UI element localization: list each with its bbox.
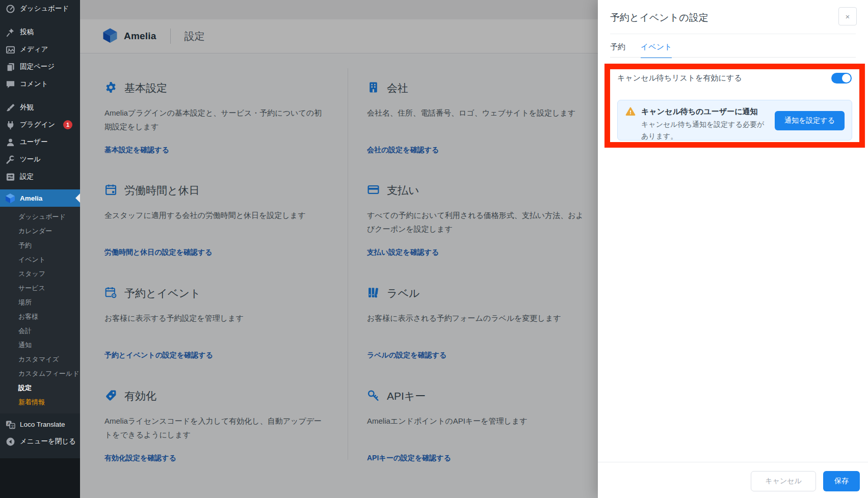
panel-footer: キャンセル 保存 [751, 471, 860, 491]
current-menu-arrow-icon [75, 193, 80, 203]
amelia-submenu: ダッシュボード カレンダー 予約 イベント スタッフ サービス 場所 お客様 会… [0, 207, 80, 413]
submenu-item-customers[interactable]: お客様 [0, 310, 80, 324]
sidebar-item-label: Amelia [20, 195, 42, 202]
submenu-label: 通知 [18, 341, 32, 350]
submenu-item-calendar[interactable]: カレンダー [0, 224, 80, 238]
collapse-menu-icon [5, 436, 15, 447]
loco-translate-icon: A文 [5, 419, 15, 429]
modal-dim-overlay [80, 0, 598, 498]
sidebar-item-label: コメント [20, 79, 48, 89]
tab-appointments[interactable]: 予約 [610, 42, 625, 58]
plugins-icon [5, 120, 15, 130]
notice-line-2: あります。 [641, 130, 764, 142]
wp-settings-icon [5, 172, 15, 182]
sidebar-item-label: 設定 [20, 172, 34, 181]
submenu-label: カスタマイズ [18, 355, 59, 364]
panel-footer-divider [598, 462, 868, 462]
appearance-icon [5, 102, 15, 113]
submenu-label: スタッフ [18, 269, 45, 279]
media-icon [5, 44, 15, 54]
sidebar-separator [0, 17, 80, 23]
submenu-label: お客様 [18, 312, 38, 321]
plugins-update-badge: 1 [63, 120, 72, 129]
submenu-item-settings[interactable]: 設定 [0, 381, 80, 395]
sidebar-item-label: メディア [20, 45, 48, 54]
notice-body: キャンセル待ち通知を設定する必要が あります。 [641, 119, 764, 142]
sidebar-item-label: Loco Translate [20, 421, 65, 428]
posts-icon [5, 27, 15, 37]
waitlist-toggle-label: キャンセル待ちリストを有効にする [617, 73, 742, 83]
sidebar-item-label: 投稿 [20, 27, 34, 37]
notice-title: キャンセル待ちのユーザーに通知 [641, 107, 758, 117]
submenu-item-employees[interactable]: スタッフ [0, 267, 80, 281]
svg-text:文: 文 [11, 424, 15, 428]
comments-icon [5, 79, 15, 89]
sidebar-item-collapse-menu[interactable]: メニューを閉じる [0, 433, 80, 450]
close-button[interactable]: × [838, 7, 857, 25]
submenu-label: サービス [18, 284, 45, 293]
pages-icon [5, 62, 15, 72]
submenu-label: カスタムフィールド [18, 369, 79, 378]
sidebar-item-label: 固定ページ [20, 62, 55, 71]
sidebar-item-label: ダッシュボード [20, 4, 69, 13]
tab-events[interactable]: イベント [641, 42, 672, 58]
dashboard-icon [5, 4, 15, 14]
configure-notification-button[interactable]: 通知を設定する [775, 111, 845, 130]
submenu-item-finance[interactable]: 会計 [0, 324, 80, 338]
submenu-label: 予約 [18, 241, 32, 250]
toggle-knob [842, 74, 851, 82]
sidebar-item-comments[interactable]: コメント [0, 75, 80, 93]
save-button[interactable]: 保存 [823, 471, 860, 491]
tools-icon [5, 154, 15, 164]
submenu-label: ダッシュボード [18, 212, 66, 222]
submenu-label: 場所 [18, 298, 32, 307]
sidebar-separator [0, 93, 80, 99]
submenu-item-whats-new[interactable]: 新着情報 [0, 395, 80, 409]
submenu-label: カレンダー [18, 227, 52, 236]
submenu-item-notifications[interactable]: 通知 [0, 338, 80, 352]
waitlist-notification-notice: キャンセル待ちのユーザーに通知 キャンセル待ち通知を設定する必要が あります。 … [617, 100, 852, 141]
submenu-item-custom-fields[interactable]: カスタムフィールド [0, 367, 80, 381]
submenu-label: 会計 [18, 326, 32, 336]
wp-admin-sidebar: ダッシュボード 投稿 メディア 固定ページ コメント 外観 プラグイン 1 ユー… [0, 0, 80, 498]
sidebar-item-label: 外観 [20, 103, 34, 112]
submenu-item-events[interactable]: イベント [0, 253, 80, 267]
sidebar-item-pages[interactable]: 固定ページ [0, 58, 80, 75]
panel-title: 予約とイベントの設定 [610, 11, 708, 24]
sidebar-item-users[interactable]: ユーザー [0, 133, 80, 151]
sidebar-item-loco-translate[interactable]: A文 Loco Translate [0, 416, 80, 433]
sidebar-item-plugins[interactable]: プラグイン 1 [0, 116, 80, 133]
sidebar-item-amelia[interactable]: Amelia [0, 189, 80, 207]
sidebar-item-media[interactable]: メディア [0, 41, 80, 58]
sidebar-item-label: ユーザー [20, 137, 48, 147]
submenu-item-customize[interactable]: カスタマイズ [0, 352, 80, 367]
panel-header-divider [610, 34, 856, 34]
submenu-item-locations[interactable]: 場所 [0, 295, 80, 310]
tabs-divider [610, 57, 856, 58]
submenu-label: イベント [18, 255, 45, 264]
cancel-button[interactable]: キャンセル [751, 471, 816, 491]
users-icon [5, 137, 15, 147]
submenu-item-appointments[interactable]: 予約 [0, 238, 80, 253]
submenu-label: 設定 [18, 383, 32, 393]
amelia-settings-page: Amelia 設定 基本設定 Ameliaプラグインの基本設定と、サービス・予約… [80, 0, 598, 498]
booking-events-settings-panel: 予約とイベントの設定 × 予約 イベント キャンセル待ちリストを有効にする キャ… [598, 0, 868, 498]
waitlist-setting-row: キャンセル待ちリストを有効にする [617, 72, 852, 84]
sidebar-item-label: プラグイン [20, 120, 55, 129]
panel-tabs: 予約 イベント [610, 42, 672, 58]
sidebar-item-settings[interactable]: 設定 [0, 168, 80, 185]
submenu-item-services[interactable]: サービス [0, 281, 80, 295]
sidebar-item-tools[interactable]: ツール [0, 151, 80, 168]
waitlist-toggle[interactable] [831, 73, 852, 84]
close-icon: × [846, 12, 850, 21]
sidebar-item-posts[interactable]: 投稿 [0, 23, 80, 41]
sidebar-footer-area [0, 458, 80, 498]
sidebar-item-label: メニューを閉じる [20, 437, 76, 446]
sidebar-item-appearance[interactable]: 外観 [0, 99, 80, 116]
warning-icon [625, 106, 636, 117]
amelia-logo-icon [5, 193, 15, 203]
submenu-item-dashboard[interactable]: ダッシュボード [0, 210, 80, 224]
sidebar-item-dashboard[interactable]: ダッシュボード [0, 0, 80, 17]
notice-line-1: キャンセル待ち通知を設定する必要が [641, 119, 764, 130]
sidebar-item-label: ツール [20, 155, 41, 164]
